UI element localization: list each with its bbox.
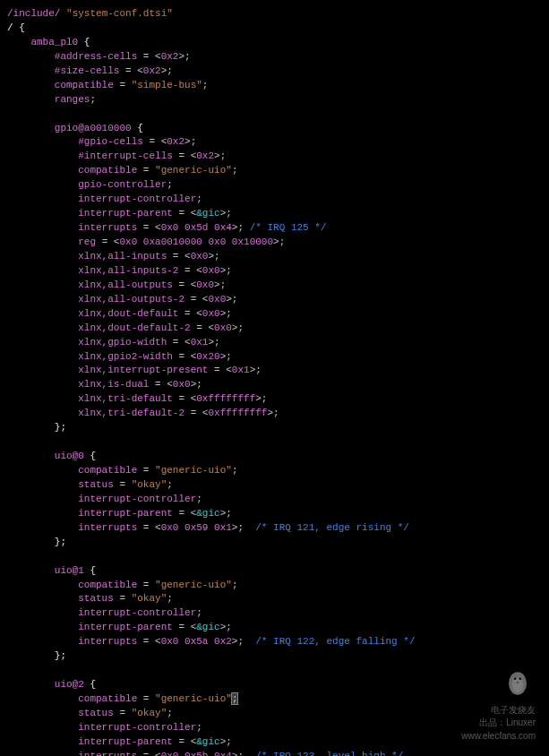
prop: compatible = "generic-uio"; [7, 465, 237, 476]
prop: xlnx,all-outputs-2 = <0x0>; [7, 294, 237, 305]
prop: interrupt-controller; [7, 193, 202, 204]
root-open: / { [7, 22, 25, 33]
prop: compatible = "generic-uio"; [7, 580, 237, 590]
node-gpio: gpio@a0010000 { [7, 123, 143, 133]
svg-point-2 [514, 678, 516, 680]
watermark-line1: 电子发烧友 [491, 705, 536, 715]
node-uio0: uio@0 { [7, 451, 96, 461]
prop: compatible = "generic-uio"; [7, 693, 237, 704]
prop: status = "okay"; [7, 479, 173, 490]
prop: interrupt-parent = <&gic>; [7, 736, 232, 747]
prop: interrupts = <0x0 0x5a 0x2>; /* IRQ 122,… [7, 636, 416, 647]
watermark: 电子发烧友 出品：Linuxer www.elecfans.com [461, 664, 536, 743]
prop: xlnx,all-inputs = <0x0>; [7, 251, 220, 262]
node-amba: amba_pl0 [7, 37, 78, 47]
prop: status = "okay"; [7, 708, 173, 718]
watermark-site: www.elecfans.com [461, 731, 536, 741]
prop: interrupt-parent = <&gic>; [7, 208, 232, 219]
close-brace: }; [7, 650, 66, 661]
code-block: /include/ "system-conf.dtsi" / { amba_pl… [7, 7, 542, 756]
prop: interrupt-controller; [7, 607, 202, 618]
prop: xlnx,dout-default = <0x0>; [7, 308, 232, 319]
prop: xlnx,tri-default-2 = <0xffffffff>; [7, 408, 279, 418]
prop: xlnx,gpio2-width = <0x20>; [7, 351, 232, 362]
prop: interrupt-controller; [7, 494, 202, 504]
watermark-line2: 出品：Linuxer [479, 717, 536, 727]
include-file: "system-conf.dtsi" [66, 8, 173, 19]
prop: interrupts = <0x0 0x5b 0x4>; /* IRQ 123,… [7, 751, 403, 756]
prop: reg = <0x0 0xa0010000 0x0 0x10000>; [7, 236, 285, 247]
prop: xlnx,tri-default = <0xffffffff>; [7, 393, 267, 404]
close-brace: }; [7, 422, 66, 433]
prop: interrupts = <0x0 0x59 0x1>; /* IRQ 121,… [7, 522, 409, 533]
include-keyword: /include/ [7, 8, 60, 19]
prop: compatible = "simple-bus"; [7, 80, 208, 90]
prop: interrupt-controller; [7, 722, 202, 733]
prop: #gpio-cells = <0x2>; [7, 136, 196, 147]
prop: xlnx,interrupt-present = <0x1>; [7, 365, 262, 375]
prop: #address-cells = <0x2>; [7, 51, 191, 62]
prop: #interrupt-cells = <0x2>; [7, 150, 226, 161]
prop: compatible = "generic-uio"; [7, 165, 237, 176]
prop: interrupt-parent = <&gic>; [7, 622, 232, 632]
prop: xlnx,dout-default-2 = <0x0>; [7, 322, 244, 333]
prop: xlnx,all-outputs = <0x0>; [7, 279, 226, 290]
prop: gpio-controller; [7, 179, 173, 190]
svg-point-1 [512, 678, 523, 692]
prop: xlnx,all-inputs-2 = <0x0>; [7, 265, 232, 276]
close-brace: }; [7, 537, 66, 547]
penguin-icon [500, 664, 536, 700]
svg-point-3 [519, 678, 521, 680]
prop: xlnx,gpio-width = <0x1>; [7, 337, 220, 348]
prop: xlnx,is-dual = <0x0>; [7, 379, 202, 390]
prop: ranges; [7, 94, 96, 105]
prop: interrupts = <0x0 0x5d 0x4>; /* IRQ 125 … [7, 222, 327, 233]
prop: interrupt-parent = <&gic>; [7, 508, 232, 519]
prop: #size-cells = <0x2>; [7, 65, 173, 76]
prop: status = "okay"; [7, 593, 173, 604]
node-uio2: uio@2 { [7, 679, 96, 690]
node-uio1: uio@1 { [7, 565, 96, 576]
